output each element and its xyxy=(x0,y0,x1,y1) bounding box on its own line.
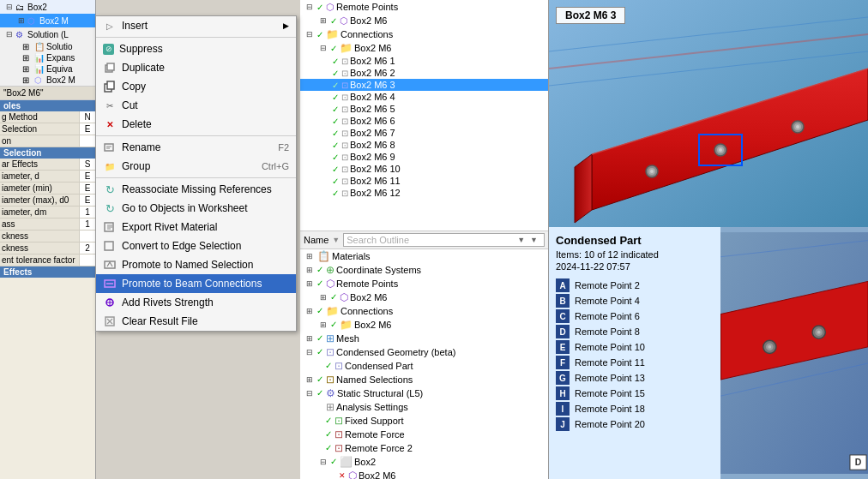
svg-point-35 xyxy=(796,125,799,129)
expand-solution[interactable]: ⊟ xyxy=(3,28,15,40)
tn-box2m6-8[interactable]: ✓ ⊡ Box2 M6 8 xyxy=(300,139,548,151)
search-outline-input[interactable]: Search Outline xyxy=(347,235,512,245)
menu-label-delete: Delete xyxy=(122,118,289,130)
tn-box2m6-5[interactable]: ✓ ⊡ Box2 M6 5 xyxy=(300,103,548,115)
tn-box2m6-6[interactable]: ✓ ⊡ Box2 M6 6 xyxy=(300,115,548,127)
cp-label-i: Remote Point 18 xyxy=(575,404,645,414)
tn-coord-sys[interactable]: ⊞ ✓ ⊕ Coordinate Systems xyxy=(300,263,548,277)
menu-label-clear: Clear Result File xyxy=(122,315,289,327)
menu-item-export[interactable]: Export Rivet Material xyxy=(96,218,296,237)
menu-item-suppress[interactable]: ⊘ Suppress xyxy=(96,39,296,58)
tree-solution[interactable]: ⊟ ⚙ Solution (L xyxy=(0,27,95,41)
menu-item-promote-named[interactable]: Promote to Named Selection xyxy=(96,255,296,274)
tree-box2[interactable]: ⊟ 🗂 Box2 xyxy=(0,0,95,14)
menu-item-duplicate[interactable]: Duplicate xyxy=(96,58,296,77)
tn-box2m6-10[interactable]: ✓ ⊡ Box2 M6 10 xyxy=(300,163,548,175)
cp-label-g: Remote Point 13 xyxy=(575,373,645,383)
delete-icon: ✕ xyxy=(103,117,117,131)
tn-remote-force-2[interactable]: ✓ ⊡ Remote Force 2 xyxy=(300,441,548,455)
group-shortcut: Ctrl+G xyxy=(262,161,289,171)
tn-remote-points-1[interactable]: ⊟ ✓ ⬡ Remote Points xyxy=(300,0,548,14)
menu-item-rivets[interactable]: Add Rivets Strength xyxy=(96,293,296,312)
separator-3 xyxy=(96,177,296,178)
cp-item-e: E Remote Point 10 xyxy=(556,340,714,354)
cp-badge-f: F xyxy=(556,356,570,369)
menu-item-copy[interactable]: Copy xyxy=(96,77,296,96)
tn-label-static: Static Structural (L5) xyxy=(337,388,423,398)
lp-row-diam3: iameter (max), d0 E xyxy=(0,195,95,207)
menu-item-promote-beam[interactable]: Promote to Beam Connections xyxy=(96,274,296,293)
tn-box2m6-last[interactable]: ✕ ⬡ Box2 M6 xyxy=(300,469,548,480)
cut-icon: ✂ xyxy=(103,99,117,112)
menu-item-rename[interactable]: Rename F2 xyxy=(96,138,296,157)
tree-box2m2-label: Box2 M xyxy=(46,75,75,85)
lp-row-diam4: iameter, dm 1 xyxy=(0,207,95,219)
menu-item-cut[interactable]: ✂ Cut xyxy=(96,96,296,115)
tn-label-remote-force-2: Remote Force 2 xyxy=(345,443,413,453)
menu-item-insert[interactable]: ▷ Insert ▶ xyxy=(96,16,296,35)
menu-item-convert[interactable]: Convert to Edge Selection xyxy=(96,237,296,255)
tn-static-struct[interactable]: ⊟ ✓ ⚙ Static Structural (L5) xyxy=(300,386,548,400)
tree-box2m-label: Box2 M xyxy=(39,16,69,26)
tn-box2m6-9[interactable]: ✓ ⊡ Box2 M6 9 xyxy=(300,151,548,163)
tn-box2m6-2[interactable]: ✓ ⊡ Box2 M6 2 xyxy=(300,67,548,79)
tree-equiva[interactable]: ⊞ 📊 Equiva xyxy=(0,63,95,75)
tn-box2m6-1[interactable]: ✓ ⊡ Box2 M6 1 xyxy=(300,55,548,67)
menu-label-goto: Go to Objects in Worksheet xyxy=(122,202,289,214)
tn-connections[interactable]: ⊟ ✓ 📁 Connections xyxy=(300,27,548,41)
menu-item-reassociate[interactable]: ↻ Reassociate Missing References xyxy=(96,180,296,199)
cp-item-i: I Remote Point 18 xyxy=(556,402,714,416)
cp-label-b: Remote Point 4 xyxy=(575,296,640,306)
menu-label-duplicate: Duplicate xyxy=(122,62,289,74)
tn-box2m6-11[interactable]: ✓ ⊡ Box2 M6 11 xyxy=(300,175,548,187)
tn-fixed-support[interactable]: ✓ ⊡ Fixed Support xyxy=(300,414,548,428)
tree-box2m2[interactable]: ⊞ ⬡ Box2 M xyxy=(0,75,95,86)
cp-item-c: C Remote Point 6 xyxy=(556,309,714,323)
tn-box2m6-conn[interactable]: ⊟ ✓ 📁 Box2 M6 xyxy=(300,41,548,55)
menu-item-goto[interactable]: ↻ Go to Objects in Worksheet xyxy=(96,199,296,218)
tn-label-conn2: Connections xyxy=(341,306,393,316)
tn-condensed-part[interactable]: ✓ ⊡ Condensed Part xyxy=(300,359,548,373)
tree-solutio[interactable]: ⊞ 📋 Solutio xyxy=(0,41,95,52)
expand-box2[interactable]: ⊟ xyxy=(3,1,15,13)
tree-box2m[interactable]: ⊞ ⬡ Box2 M xyxy=(0,14,95,27)
tn-label-named-sel: Named Selections xyxy=(336,374,413,385)
expand-box2m[interactable]: ⊞ xyxy=(15,15,27,27)
menu-item-clear[interactable]: Clear Result File xyxy=(96,312,296,331)
tn-box2m6-12[interactable]: ✓ ⊡ Box2 M6 12 xyxy=(300,187,548,199)
condensed-date: 2024-11-22 07:57 xyxy=(556,261,714,272)
menu-item-group[interactable]: 📁 Group Ctrl+G xyxy=(96,157,296,176)
tn-label-analysis: Analysis Settings xyxy=(336,402,408,412)
tn-box2-2[interactable]: ⊟ ✓ ⬜ Box2 xyxy=(300,455,548,469)
cp-label-a: Remote Point 2 xyxy=(575,280,640,290)
tn-analysis-settings[interactable]: ⊞ Analysis Settings xyxy=(300,400,548,414)
menu-label-copy: Copy xyxy=(122,81,289,93)
tn-label-box2m6a: Box2 M6 xyxy=(350,15,387,26)
tn-remote-force[interactable]: ✓ ⊡ Remote Force xyxy=(300,428,548,441)
tn-box2m6-3[interactable]: ✓ ⊡ Box2 M6 3 xyxy=(300,79,548,91)
insert-icon: ▷ xyxy=(103,19,117,33)
menu-item-delete[interactable]: ✕ Delete xyxy=(96,115,296,134)
tn-connections2[interactable]: ⊞ ✓ 📁 Connections xyxy=(300,304,548,318)
menu-label-export: Export Rivet Material xyxy=(122,221,289,233)
svg-text:D: D xyxy=(855,457,862,467)
tn-box2m6-7[interactable]: ✓ ⊡ Box2 M6 7 xyxy=(300,127,548,139)
svg-point-43 xyxy=(768,345,771,349)
tn-condensed-geo[interactable]: ⊟ ✓ ⊡ Condensed Geometry (beta) xyxy=(300,345,548,359)
tn-mesh[interactable]: ⊞ ✓ ⊞ Mesh xyxy=(300,332,548,345)
goto-icon: ↻ xyxy=(103,201,117,215)
main-container: ⊟ 🗂 Box2 ⊞ ⬡ Box2 M ⊟ ⚙ Solution (L ⊞ 📋 … xyxy=(0,0,868,479)
tree-box2-label: Box2 xyxy=(27,3,47,12)
bottom-3d-svg: D xyxy=(720,227,868,479)
tn-box2m6-conn2[interactable]: ⊞ ✓ 📁 Box2 M6 xyxy=(300,318,548,332)
tree-expans[interactable]: ⊞ 📊 Expans xyxy=(0,52,95,63)
tn-box2m6-a[interactable]: ⊞ ✓ ⬡ Box2 M6 xyxy=(300,14,548,27)
tn-materials[interactable]: ⊞ 📋 Materials xyxy=(300,249,548,263)
tn-named-sel[interactable]: ⊞ ✓ ⊡ Named Selections xyxy=(300,373,548,386)
tree-expans-label: Expans xyxy=(46,53,75,63)
tn-remote-pts2[interactable]: ⊞ ✓ ⬡ Remote Points xyxy=(300,277,548,290)
tn-box2m6-rp[interactable]: ⊞ ✓ ⬡ Box2 M6 xyxy=(300,290,548,304)
viewport-3d-bottom: D xyxy=(720,227,868,479)
tn-box2m6-4[interactable]: ✓ ⊡ Box2 M6 4 xyxy=(300,91,548,103)
viewport-bottom: Condensed Part Items: 10 of 12 indicated… xyxy=(549,227,868,479)
